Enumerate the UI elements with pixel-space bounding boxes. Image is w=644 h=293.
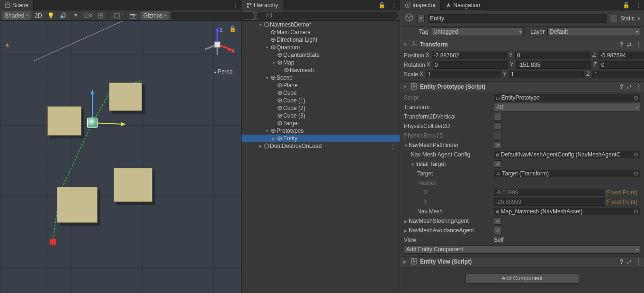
scene-cube[interactable] xyxy=(57,187,98,223)
lighting-toggle-icon[interactable]: 💡 xyxy=(46,11,56,20)
hierarchy-tree[interactable]: ▼NavmeshDemo*Main CameraDirectional Ligh… xyxy=(242,21,400,293)
hidden-icon[interactable]: 0 xyxy=(83,11,93,20)
hierarchy-row[interactable]: ▼NavmeshDemo* xyxy=(242,21,400,28)
shading-dropdown[interactable]: Shaded xyxy=(2,11,31,20)
preset-icon[interactable]: ⇄ xyxy=(627,83,632,90)
grid-icon[interactable] xyxy=(95,11,106,20)
static-toggle[interactable] xyxy=(610,15,617,22)
fold-icon[interactable]: ▼ xyxy=(264,45,270,50)
hierarchy-search[interactable] xyxy=(257,12,398,19)
gameobject-active-toggle[interactable] xyxy=(417,15,425,22)
add-entity-component-dropdown[interactable]: Add Entity Component xyxy=(404,245,640,254)
scene-search[interactable] xyxy=(171,12,254,19)
fold-icon[interactable] xyxy=(271,98,277,103)
tab-hierarchy[interactable]: Hierarchy xyxy=(242,0,283,10)
hierarchy-row[interactable]: Target xyxy=(242,119,400,127)
orientation-gizmo[interactable]: z x 🔓 xyxy=(198,26,236,64)
scene-cube[interactable] xyxy=(114,168,152,202)
menu-icon[interactable]: ⋮ xyxy=(635,41,641,48)
scale-z[interactable] xyxy=(592,71,644,78)
fold-icon[interactable] xyxy=(264,29,270,35)
target-marker[interactable] xyxy=(50,239,56,245)
position-y[interactable] xyxy=(515,52,590,59)
hierarchy-row[interactable]: Cube (3) xyxy=(242,112,400,119)
hierarchy-row[interactable]: Directional Light xyxy=(242,36,400,44)
row-menu-icon[interactable]: ⋮ xyxy=(390,143,400,149)
inspector-lock-icon[interactable]: 🔓 xyxy=(620,2,633,9)
hierarchy-row[interactable]: ▼Scene xyxy=(242,74,400,82)
steering-toggle[interactable] xyxy=(494,217,501,225)
transform2dvertical-toggle[interactable] xyxy=(494,113,501,120)
scene-cube[interactable] xyxy=(47,106,81,136)
gizmos-dropdown[interactable]: Gizmos xyxy=(141,11,170,20)
persp-label[interactable]: ◂ Persp xyxy=(214,68,233,75)
hierarchy-row[interactable]: Main Camera xyxy=(242,28,400,36)
preset-icon[interactable]: ⇄ xyxy=(627,258,632,265)
hierarchy-tab-menu[interactable]: ⋮ xyxy=(388,2,400,9)
fold-icon[interactable]: ▼ xyxy=(258,22,263,27)
tab-navigation[interactable]: Navigation xyxy=(441,0,485,10)
fold-icon[interactable]: ▼ xyxy=(264,75,270,81)
fold-icon[interactable] xyxy=(271,52,277,58)
help-icon[interactable]: ? xyxy=(620,83,623,90)
add-component-button[interactable]: Add Component xyxy=(465,273,579,284)
hierarchy-row[interactable]: ▶DontDestroyOnLoad⋮ xyxy=(242,142,400,150)
inspector-tab-menu[interactable]: ⋮ xyxy=(633,2,644,9)
audio-toggle-icon[interactable]: 🔊 xyxy=(58,11,69,20)
navmeshpathfinder-toggle[interactable] xyxy=(494,141,501,149)
entity-prototype-header[interactable]: ▼ # Entity Prototype (Script) ?⇄⋮ xyxy=(400,82,644,92)
entity-view-header[interactable]: ▶ # Entity View (Script) ?⇄⋮ xyxy=(400,256,644,267)
help-icon[interactable]: ? xyxy=(620,258,623,265)
menu-icon[interactable]: ⋮ xyxy=(635,83,641,90)
fold-icon[interactable] xyxy=(277,67,283,73)
hierarchy-row[interactable]: ▼Map xyxy=(242,59,400,66)
rotation-y[interactable] xyxy=(516,61,591,69)
fold-icon[interactable]: ▶ xyxy=(271,136,277,141)
layer-dropdown[interactable]: Default xyxy=(547,27,640,36)
hierarchy-row[interactable]: Plane xyxy=(242,82,400,89)
avoidance-toggle[interactable] xyxy=(494,227,501,234)
fold-icon[interactable]: ▶ xyxy=(258,143,263,149)
hierarchy-row[interactable]: QuantumStats xyxy=(242,51,400,59)
fold-icon[interactable] xyxy=(264,37,270,43)
lock-icon[interactable]: 🔓 xyxy=(229,26,236,32)
initial-target-toggle[interactable] xyxy=(494,160,501,168)
navmesh-field[interactable]: ⚙ Map_Navmesh (NavMeshAsset)⊙ xyxy=(494,208,640,215)
hierarchy-row[interactable]: Cube (1) xyxy=(242,97,400,104)
fold-icon[interactable] xyxy=(271,105,277,111)
transform-header[interactable]: ▼ Transform ?⇄⋮ xyxy=(400,39,644,50)
tool-icon[interactable] xyxy=(112,11,122,20)
help-icon[interactable]: ? xyxy=(620,41,623,48)
gameobject-name-input[interactable] xyxy=(428,14,607,23)
hierarchy-row[interactable]: Navmesh xyxy=(242,66,400,74)
hierarchy-row[interactable]: ▶Entity xyxy=(242,135,400,142)
scale-x[interactable] xyxy=(426,71,501,78)
fold-icon[interactable] xyxy=(271,90,277,96)
tag-dropdown[interactable]: Untagged xyxy=(431,27,524,36)
tab-scene[interactable]: Scene xyxy=(0,0,34,10)
rotation-x[interactable] xyxy=(433,61,508,69)
fold-icon[interactable]: ▼ xyxy=(271,60,277,65)
scene-viewport[interactable]: ☀ z x 🔓 ◂ Persp xyxy=(0,21,241,293)
scene-cube[interactable] xyxy=(109,82,142,111)
hierarchy-row[interactable]: Cube (2) xyxy=(242,104,400,112)
scene-tab-menu[interactable]: ⋮ xyxy=(230,2,241,9)
hierarchy-lock-icon[interactable]: 🔓 xyxy=(376,2,388,9)
script-field[interactable]: ▢ EntityPrototype⊙ xyxy=(494,94,640,101)
transform-mode-dropdown[interactable]: 2D xyxy=(494,103,640,111)
fx-toggle-icon[interactable] xyxy=(71,11,81,20)
agent-config-field[interactable]: ⚙ DefaultNavMeshAgentConfig (NavMeshAgen… xyxy=(494,151,640,158)
rotation-z[interactable] xyxy=(599,61,644,69)
scale-y[interactable] xyxy=(509,71,584,78)
mode-2d-toggle[interactable]: 2D xyxy=(33,12,44,19)
position-x[interactable] xyxy=(432,52,507,59)
preset-icon[interactable]: ⇄ xyxy=(627,41,632,48)
fold-icon[interactable] xyxy=(271,113,277,119)
static-dropdown-icon[interactable]: ▾ xyxy=(637,15,640,22)
hierarchy-row[interactable]: Cube xyxy=(242,89,400,97)
fold-icon[interactable]: ▼ xyxy=(264,128,270,134)
selected-entity-gizmo[interactable] xyxy=(87,118,98,128)
menu-icon[interactable]: ⋮ xyxy=(635,258,641,265)
tab-inspector[interactable]: Inspector xyxy=(400,0,441,10)
position-z[interactable] xyxy=(599,52,644,59)
